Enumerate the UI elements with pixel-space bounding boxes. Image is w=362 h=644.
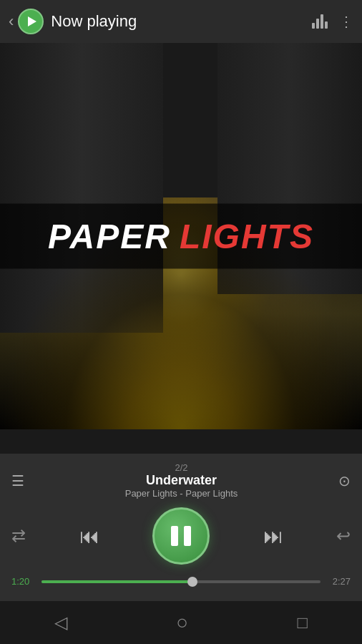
progress-row: 1:20 2:27 <box>11 576 351 587</box>
repeat-button[interactable]: ↩ <box>336 526 351 546</box>
album-name-white: PAPER <box>48 218 171 255</box>
queue-icon[interactable]: ☰ <box>11 472 24 489</box>
album-art: PAPERLIGHTS <box>0 43 362 429</box>
progress-bar[interactable] <box>41 580 321 583</box>
track-info-row: ☰ 2/2 Underwater Paper Lights - Paper Li… <box>11 462 351 499</box>
top-bar-icons: ⋮ <box>312 13 353 30</box>
pause-bar-right <box>184 526 191 546</box>
track-info-center: 2/2 Underwater Paper Lights - Paper Ligh… <box>24 462 338 499</box>
track-more-icon[interactable]: ⊙ <box>338 472 351 489</box>
more-options-icon[interactable]: ⋮ <box>339 13 353 30</box>
track-album: Paper Lights - Paper Lights <box>24 488 338 499</box>
top-bar: ‹ Now playing ⋮ <box>0 0 362 43</box>
now-playing-title: Now playing <box>51 12 312 31</box>
time-total: 2:27 <box>328 576 351 587</box>
home-nav-button[interactable]: ○ <box>176 611 188 634</box>
previous-button[interactable]: ⏮ <box>79 525 99 548</box>
album-title-overlay: PAPERLIGHTS <box>0 204 362 269</box>
time-current: 1:20 <box>11 576 34 587</box>
track-number: 2/2 <box>24 462 338 473</box>
pause-icon <box>171 526 191 546</box>
back-chevron[interactable]: ‹ <box>9 12 14 31</box>
next-button[interactable]: ⏭ <box>263 525 283 548</box>
shuffle-button[interactable]: ⇄ <box>11 526 26 546</box>
progress-thumb[interactable] <box>187 577 197 587</box>
pause-bar-left <box>171 526 178 546</box>
back-nav-button[interactable]: ◁ <box>54 613 67 633</box>
play-status-icon[interactable] <box>18 9 44 34</box>
player-controls: ☰ 2/2 Underwater Paper Lights - Paper Li… <box>0 454 362 601</box>
progress-fill <box>41 580 192 583</box>
nav-bar: ◁ ○ □ <box>0 601 362 644</box>
track-name: Underwater <box>24 473 338 488</box>
pause-button[interactable] <box>152 507 210 565</box>
album-name-red: LIGHTS <box>180 218 314 255</box>
recent-nav-button[interactable]: □ <box>297 613 308 633</box>
equalizer-icon[interactable] <box>312 14 328 29</box>
controls-row: ⇄ ⏮ ⏭ ↩ <box>11 507 351 565</box>
